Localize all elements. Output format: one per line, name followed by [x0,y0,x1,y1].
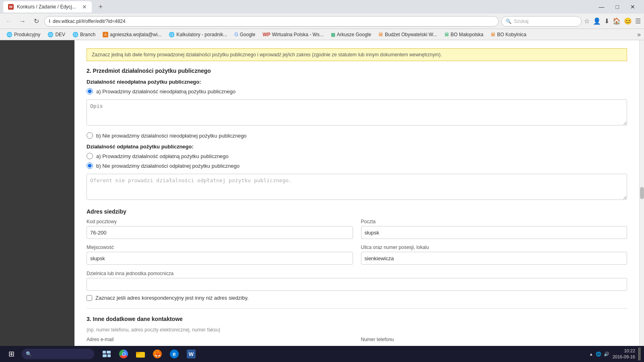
new-tab-button[interactable]: + [95,1,106,12]
taskbar-clock[interactable]: 10:22 2016-09-16 [613,348,635,360]
face-icon[interactable]: 😊 [624,17,632,25]
bookmark-icon: 🌐 [47,32,54,37]
ulica-label: Ulica oraz numer posesji, lokalu [361,245,627,250]
bookmark-wp[interactable]: WP Wirtualna Polska - Ws... [259,31,326,38]
browser-tab[interactable]: W Konkurs / Zadanie / Edycj... ✕ [3,1,92,12]
url-text: dev.witkac.pl/#/offer/edit/?id=4824 [53,19,126,24]
download-icon[interactable]: ⬇ [604,17,609,25]
odplatna-radio-group: a) Prowadzimy działalność odpłatną pożyt… [87,153,627,169]
show-desktop-button[interactable] [638,348,641,360]
radio-odplatna-a[interactable]: a) Prowadzimy działalność odpłatną pożyt… [87,153,627,159]
checkbox-korespondencyjny[interactable] [87,295,92,301]
section2-title: 2. Przedmiot działalności pożytku public… [87,68,627,74]
poczta-label: Poczta [361,219,627,224]
menu-icon[interactable]: ☰ [635,17,641,25]
forward-button[interactable]: → [17,16,28,27]
bookmark-google[interactable]: G Google [231,31,258,38]
kod-pocztowy-label: Kod pocztowy [87,219,353,224]
minimize-button[interactable]: — [593,0,610,14]
checkbox-korespondencyjny-label: Zaznacz jeśli adres korespondencyjny jes… [95,295,249,301]
bookmark-icon: 🌐 [169,32,175,37]
address-row-1: Kod pocztowy Poczta [87,219,627,239]
dzielnica-wrapper: Dzielnica lub inna jednostka pomocnicza [87,270,627,291]
bookmark-icon: WP [262,32,270,37]
refresh-button[interactable]: ↻ [31,16,42,27]
up-arrow-icon[interactable]: ▲ [589,352,593,356]
volume-icon[interactable]: 🔊 [604,352,609,357]
main-area: Zaznacz jedną lub dwie formy prowadzonej… [0,40,644,346]
ulica-input[interactable] [361,252,627,265]
svg-rect-0 [103,351,106,354]
poczta-input[interactable] [361,226,627,239]
nieodplatna-label: Działalność nieodpłatna pożytku publiczn… [87,79,627,85]
kod-pocztowy-input[interactable] [87,226,353,239]
clock-time: 10:22 [613,348,635,354]
bookmark-agnieszka[interactable]: A agnieszka.wojtala@wi... [99,31,165,38]
radio-nieodplatna-b-input[interactable] [87,132,93,139]
user-icon[interactable]: 👤 [593,17,601,25]
bookmark-arkusze[interactable]: ▦ Arkusze Google [328,31,374,38]
email-col: Adres e-mail [87,337,353,342]
bookmarks-more-button[interactable]: » [637,31,641,38]
back-button[interactable]: ← [3,16,14,27]
miejscowosc-label: Miejscowość [87,245,353,250]
address-bar[interactable]: ℹ dev.witkac.pl/#/offer/edit/?id=4824 [44,16,499,27]
ie-app[interactable]: e [167,346,182,362]
section-divider [87,308,627,309]
search-bar[interactable]: 🔍 Szukaj [501,16,582,27]
favicon: W [8,4,14,10]
scrollbar-thumb[interactable] [640,187,644,199]
taskview-button[interactable] [99,346,114,362]
bookmark-icon: 🌐 [72,32,78,37]
svg-rect-5 [136,352,140,354]
bookmarks-bar: 🌐 Produkcyjny 🌐 DEV 🌐 Branch A agnieszka… [0,29,644,40]
bookmark-star-icon[interactable]: ☆ [584,17,590,25]
miejscowosc-input[interactable] [87,252,353,265]
search-icon: 🔍 [506,19,512,24]
bookmark-produkcyjny[interactable]: 🌐 Produkcyjny [3,31,43,38]
odplatna-textarea[interactable]: Oferent nie prowadzi działalności odpłat… [87,174,627,200]
radio-nieodplatna-a-input[interactable] [87,88,93,95]
bookmark-budzet[interactable]: 🏛 Budżet Obywatelski W... [375,31,440,38]
svg-rect-1 [107,351,111,354]
nieodplatna-radio-group: a) Prowadzimy działalność nieodpłatną po… [87,88,627,95]
section3-subtitle: (np. numer telefonu, adres poczty elektr… [87,327,627,333]
radio-odplatna-b[interactable]: b) Nie prowadzimy działalności odpłatnej… [87,162,627,169]
word-app[interactable]: W [184,346,199,362]
chrome-app[interactable] [116,346,131,362]
odplatna-label: Działalność odpłatna pożytku publicznego… [87,144,627,150]
opis-textarea[interactable] [87,99,627,125]
network-icon[interactable]: 🌐 [596,352,601,357]
bookmark-bo-kobylnica[interactable]: 🏛 BO Kobylnica [487,31,530,38]
address-row-2: Miejscowość Ulica oraz numer posesji, lo… [87,245,627,265]
email-label: Adres e-mail [87,337,353,342]
bookmark-bo-malopolska[interactable]: 🏛 BO Małopolska [441,31,487,38]
bookmark-dev[interactable]: 🌐 DEV [44,31,68,38]
bookmark-kalkulatory[interactable]: 🌐 Kalkulatory - poradnik... [165,31,230,38]
taskbar-apps: 🦊 e W [99,346,199,362]
tab-close-button[interactable]: ✕ [82,4,87,10]
tab-title: Konkurs / Zadanie / Edycj... [17,4,79,10]
radio-odplatna-a-input[interactable] [87,153,93,159]
taskbar-system-icons: ▲ 🌐 🔊 [589,352,609,357]
dzielnica-label: Dzielnica lub inna jednostka pomocnicza [87,271,173,276]
bookmark-branch[interactable]: 🌐 Branch [69,31,99,38]
scrollbar[interactable] [639,40,644,346]
dzielnica-input[interactable] [87,278,627,291]
radio-odplatna-b-input[interactable] [87,162,93,169]
kod-pocztowy-col: Kod pocztowy [87,219,353,239]
firefox-app[interactable]: 🦊 [150,346,165,362]
start-button[interactable]: ⊞ [3,346,19,362]
radio-nieodplatna-b[interactable]: b) Nie prowadzimy działalności nieodpłat… [87,132,627,139]
home-icon[interactable]: 🏠 [613,17,621,25]
lock-icon: ℹ [49,19,50,24]
bookmark-icon: 🏛 [491,32,495,37]
file-explorer-app[interactable] [133,346,148,362]
yellow-notice: Zaznacz jedną lub dwie formy prowadzonej… [87,48,627,61]
sidebar [0,40,74,346]
navigation-bar: ← → ↻ ℹ dev.witkac.pl/#/offer/edit/?id=4… [0,14,644,29]
maximize-button[interactable]: □ [610,0,625,14]
taskbar-search[interactable]: 🔍 [22,349,94,359]
radio-nieodplatna-a[interactable]: a) Prowadzimy działalność nieodpłatną po… [87,88,627,95]
close-button[interactable]: ✕ [625,0,641,14]
